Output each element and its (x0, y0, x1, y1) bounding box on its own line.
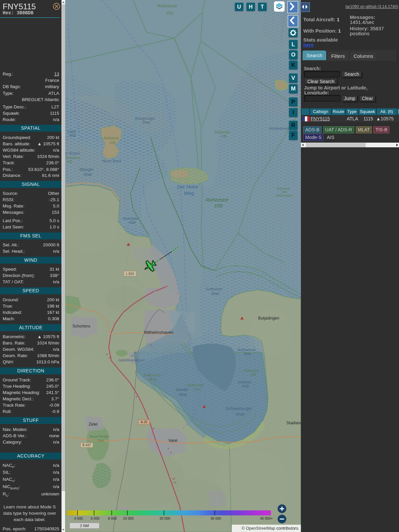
svg-text:9: 9 (168, 447, 169, 450)
svg-text:Der Hohe: Der Hohe (177, 184, 198, 190)
svg-text:Wanger: Wanger (79, 167, 94, 172)
svg-text:-Watt-: -Watt- (243, 352, 252, 356)
svg-text:A 29: A 29 (141, 420, 147, 424)
svg-text:I/36: I/36 (151, 377, 157, 381)
svg-text:-Watt: -Watt (128, 221, 136, 224)
svg-text:Watt: Watt (236, 412, 245, 417)
svg-text:-Plate: -Plate (142, 121, 151, 124)
svg-text:Watt: Watt (242, 384, 249, 388)
svg-text:✈: ✈ (130, 354, 134, 358)
svg-text:Wilhelmshaven: Wilhelmshaven (144, 330, 173, 335)
svg-text:I/34: I/34 (110, 141, 116, 145)
svg-text:Wangerooger: Wangerooger (135, 117, 155, 120)
svg-text:I/39: I/39 (214, 203, 223, 208)
svg-text:B 437: B 437 (82, 443, 91, 447)
svg-text:Hooksieler: Hooksieler (123, 217, 139, 220)
svg-text:Ruhezone-: Ruhezone- (144, 373, 162, 377)
svg-text:10: 10 (172, 477, 175, 480)
svg-text:Watt: Watt (211, 292, 219, 296)
svg-text:Watt: Watt (69, 134, 76, 137)
svg-text:Ruhezone: Ruhezone (244, 369, 259, 372)
svg-text:I/36: I/36 (194, 387, 200, 391)
svg-text:9: 9 (170, 451, 172, 454)
svg-text:Ruhezone: Ruhezone (276, 187, 290, 190)
svg-text:Vareler: Vareler (176, 387, 189, 392)
svg-text:© OpenStreetMap contributors.: © OpenStreetMap contributors. (242, 526, 299, 531)
svg-text:4: 4 (136, 395, 137, 398)
svg-text:Ruhezone: Ruhezone (66, 156, 81, 160)
svg-text:Ruhezone: Ruhezone (157, 3, 177, 8)
svg-text:Watt: Watt (84, 172, 92, 177)
svg-text:2 NM: 2 NM (80, 524, 89, 528)
svg-text:6 000: 6 000 (91, 516, 99, 520)
svg-text:Zetel: Zetel (89, 422, 98, 427)
svg-text:I/31: I/31 (67, 160, 73, 164)
svg-text:I/52: I/52 (166, 11, 174, 16)
svg-text:Varel: Varel (168, 438, 177, 443)
svg-text:10: 10 (174, 481, 177, 484)
svg-text:Stadland: Stadland (286, 421, 301, 425)
svg-text:Ruhezone: Ruhezone (206, 197, 228, 202)
svg-text:Robbenplate: Robbenplate (275, 194, 292, 197)
svg-text:Stollhammer: Stollhammer (237, 348, 256, 352)
svg-text:Solthorner: Solthorner (206, 287, 223, 291)
svg-text:er Rücken: er Rücken (65, 152, 80, 155)
svg-text:5: 5 (150, 377, 151, 380)
svg-text:6: 6 (106, 353, 108, 356)
svg-text:10 000: 10 000 (123, 516, 134, 520)
svg-text:JadeWeserAirport: JadeWeserAirport (118, 358, 145, 362)
svg-text:Schortens: Schortens (72, 324, 90, 329)
svg-text:Ruhezone-: Ruhezone- (215, 130, 231, 134)
svg-text:3: 3 (135, 351, 137, 354)
svg-text:Holz: Holz (97, 439, 104, 442)
svg-text:30 000: 30 000 (210, 516, 221, 520)
svg-text:1/38: 1/38 (249, 373, 256, 376)
svg-text:L 810: L 810 (126, 272, 134, 276)
svg-text:Seefelder: Seefelder (237, 380, 252, 384)
svg-text:I/46-: I/46- (282, 190, 288, 194)
svg-text:4 000: 4 000 (74, 516, 83, 520)
svg-text:8: 8 (153, 427, 155, 430)
svg-text:Ruhezone: Ruhezone (104, 136, 119, 140)
svg-text:2: 2 (150, 343, 152, 346)
svg-text:Neuenburger: Neuenburger (90, 435, 109, 438)
svg-text:20 000: 20 000 (160, 516, 170, 520)
svg-text:Butjadingen: Butjadingen (258, 316, 279, 321)
svg-text:Neues Brack: Neues Brack (102, 159, 121, 163)
svg-text:Weg: Weg (184, 190, 194, 196)
svg-text:I/46: I/46 (221, 134, 227, 138)
svg-text:6: 6 (109, 356, 111, 359)
svg-text:Schweiburger: Schweiburger (225, 406, 252, 411)
svg-text:8 000: 8 000 (108, 516, 117, 520)
svg-text:Ruhezone: Ruhezone (187, 383, 204, 387)
svg-text:Watt: Watt (179, 392, 187, 397)
svg-text:5: 5 (148, 373, 150, 376)
svg-text:ooger: ooger (67, 130, 76, 133)
svg-text:40 000+: 40 000+ (260, 516, 273, 520)
